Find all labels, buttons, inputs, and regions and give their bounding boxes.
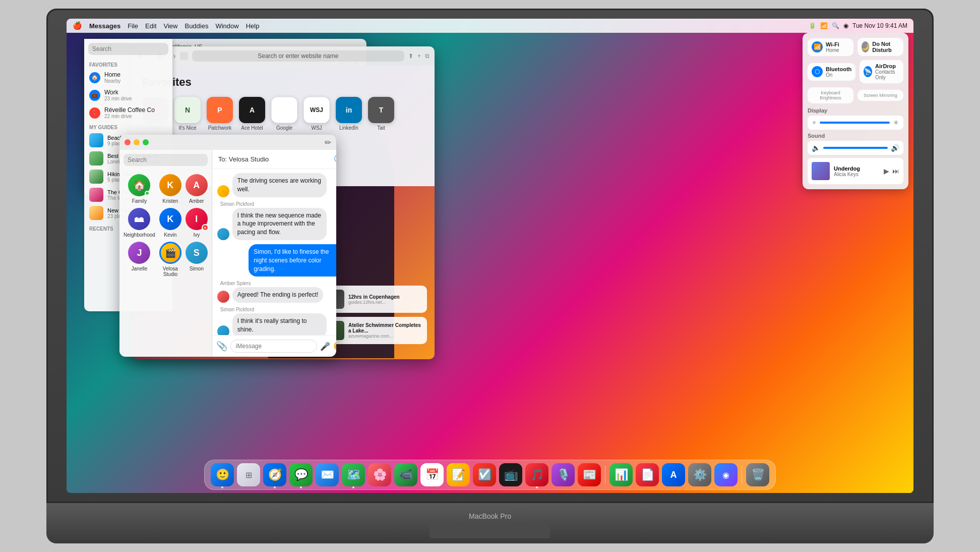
fav-acehotel[interactable]: A Ace Hotel bbox=[239, 97, 265, 131]
keyboard-brightness-button[interactable]: Keyboard Brightness bbox=[808, 87, 853, 103]
msg-attach-icon[interactable]: 📎 bbox=[216, 341, 227, 352]
menubar-siri-icon[interactable]: ◉ bbox=[843, 22, 848, 29]
safari-forward-icon[interactable]: › bbox=[173, 51, 175, 61]
msg-input-field[interactable] bbox=[230, 340, 317, 353]
menu-edit[interactable]: Edit bbox=[145, 22, 156, 30]
dock-messages[interactable]: 💬 bbox=[289, 463, 313, 486]
fav-tait-label: Tait bbox=[377, 125, 385, 131]
dock-podcasts[interactable]: 🎙️ bbox=[552, 463, 575, 486]
fav-linkedin-label: LinkedIn bbox=[339, 125, 358, 131]
dock-photos[interactable]: 🌸 bbox=[368, 463, 391, 486]
msg-search-input[interactable] bbox=[124, 154, 208, 166]
contact-neighborhood[interactable]: 🏘 Neighborhood bbox=[124, 208, 155, 238]
menubar-left: 🍎 Messages File Edit View Buddies Window… bbox=[73, 21, 259, 30]
msg-emoji-icon[interactable]: 😊 bbox=[333, 341, 336, 352]
dock-trash[interactable]: 🗑️ bbox=[746, 463, 769, 486]
messages-chat-area: To: Velosa Studio ⓘ The driving scenes a… bbox=[212, 150, 336, 357]
dock-launchpad[interactable]: ⊞ bbox=[237, 463, 260, 486]
msg-2: Simon Pickford I think the new sequence … bbox=[217, 201, 336, 240]
macbook-screen: 🍎 Messages File Edit View Buddies Window… bbox=[67, 19, 913, 493]
msg-audio-icon[interactable]: 🎤 bbox=[320, 342, 330, 351]
dock-mail[interactable]: ✉️ bbox=[316, 463, 339, 486]
fav-acehotel-label: Ace Hotel bbox=[241, 125, 263, 131]
work-title: Work bbox=[104, 89, 167, 96]
airdrop-button[interactable]: 📡 AirDrop Contacts Only bbox=[860, 60, 903, 83]
msg-info-button[interactable]: ⓘ bbox=[334, 154, 336, 164]
dock-systemprefs[interactable]: ⚙️ bbox=[688, 463, 711, 486]
contact-neighborhood-name: Neighborhood bbox=[124, 232, 155, 238]
wifi-label: Wi-Fi bbox=[826, 41, 839, 47]
fav-linkedin[interactable]: in LinkedIn bbox=[336, 97, 362, 131]
screen-mirroring-button[interactable]: Screen Mirroring bbox=[858, 90, 903, 101]
fav-patchwork-icon: P bbox=[207, 97, 233, 123]
fav-google[interactable]: G Google bbox=[271, 97, 297, 131]
maps-search-input[interactable] bbox=[88, 43, 168, 55]
dock-calendar[interactable]: 📅 bbox=[420, 463, 444, 486]
apple-menu[interactable]: 🍎 bbox=[73, 21, 82, 30]
dock-news[interactable]: 📰 bbox=[578, 463, 601, 486]
fav-patchwork[interactable]: P Patchwork bbox=[207, 97, 233, 131]
dock-siri[interactable]: ◉ bbox=[714, 463, 738, 486]
menubar-search-icon[interactable]: 🔍 bbox=[832, 22, 839, 29]
safari-titlebar: ‹ › Search or enter website name ⬆ + ⧉ bbox=[132, 46, 435, 66]
maps-work-item[interactable]: 💼 Work 23 min drive bbox=[84, 86, 172, 104]
contact-simon[interactable]: S Simon bbox=[186, 242, 208, 277]
dock-maps[interactable]: 🗺️ bbox=[342, 463, 365, 486]
dock-numbers[interactable]: 📊 bbox=[609, 463, 633, 486]
menu-help[interactable]: Help bbox=[246, 22, 260, 30]
dock-facetime[interactable]: 📹 bbox=[394, 463, 417, 486]
maps-coffee-item[interactable]: 📍 Réveille Coffee Co 22 min drive bbox=[84, 104, 172, 122]
wifi-button[interactable]: 📶 Wi-Fi Home bbox=[808, 38, 853, 56]
dock-music[interactable]: 🎵 bbox=[525, 463, 548, 486]
safari-reader-button[interactable] bbox=[180, 52, 188, 60]
dnd-button[interactable]: 🌙 Do Not Disturb bbox=[858, 38, 903, 56]
dock-finder[interactable]: 🙂 bbox=[211, 463, 234, 486]
contact-ivy[interactable]: I ♥ Ivy bbox=[186, 208, 208, 238]
dock-pages[interactable]: 📄 bbox=[636, 463, 659, 486]
messages-window[interactable]: ✏ 🏠 bbox=[119, 135, 336, 357]
play-button[interactable]: ▶ bbox=[884, 167, 889, 175]
dock-notes[interactable]: 📝 bbox=[447, 463, 470, 486]
menu-window[interactable]: Window bbox=[215, 22, 238, 30]
airdrop-icon: 📡 bbox=[864, 66, 872, 77]
safari-url-bar[interactable]: Search or enter website name bbox=[192, 50, 404, 62]
fav-tait[interactable]: T Tait bbox=[368, 97, 394, 131]
safari-tabs-icon[interactable]: ⧉ bbox=[425, 52, 430, 60]
notification-panel: 📶 Wi-Fi Home 🌙 Do Not Disturb bbox=[803, 33, 908, 189]
contact-velosa[interactable]: 🎬 Velosa Studio bbox=[159, 242, 181, 277]
msg-close[interactable] bbox=[125, 139, 131, 145]
dock-separator-2 bbox=[742, 466, 742, 484]
bluetooth-button[interactable]: ⬡ Bluetooth On bbox=[808, 63, 855, 81]
wifi-dnd-row: 📶 Wi-Fi Home 🌙 Do Not Disturb bbox=[808, 38, 903, 56]
fav-itsnice[interactable]: N It's Nice bbox=[174, 97, 201, 131]
volume-low-icon: 🔈 bbox=[812, 144, 820, 152]
contact-kevin[interactable]: K Kevin bbox=[159, 208, 181, 238]
fav-wsj[interactable]: WSJ WSJ bbox=[303, 97, 330, 131]
menu-file[interactable]: File bbox=[128, 22, 138, 30]
menu-buddies[interactable]: Buddies bbox=[185, 22, 208, 30]
dock-appstore[interactable]: A bbox=[662, 463, 685, 486]
safari-add-tab-icon[interactable]: + bbox=[417, 52, 421, 60]
msg-4-bubble: Agreed! The ending is perfect! bbox=[232, 287, 324, 303]
skip-button[interactable]: ⏭ bbox=[892, 167, 899, 175]
volume-slider[interactable] bbox=[823, 147, 888, 149]
contact-kristen[interactable]: K Kristen bbox=[159, 174, 181, 204]
photos-icon: 🌸 bbox=[373, 468, 387, 481]
menu-view[interactable]: View bbox=[164, 22, 178, 30]
msg-compose-icon[interactable]: ✏ bbox=[325, 138, 331, 147]
dock-safari[interactable]: 🧭 bbox=[263, 463, 286, 486]
msg-zoom[interactable] bbox=[143, 139, 149, 145]
trackpad[interactable] bbox=[430, 523, 550, 538]
safari-share-icon[interactable]: ⬆ bbox=[408, 52, 413, 60]
active-app[interactable]: Messages bbox=[89, 22, 120, 30]
dock-reminders[interactable]: ☑️ bbox=[473, 463, 496, 486]
contact-family[interactable]: 🏠 Family bbox=[124, 174, 155, 204]
contact-janelle[interactable]: J Janelle bbox=[124, 242, 155, 277]
maps-home-item[interactable]: 🏠 Home Nearby bbox=[84, 69, 172, 86]
menubar-wifi-icon[interactable]: 📶 bbox=[820, 22, 828, 29]
dock-appletv[interactable]: 📺 bbox=[499, 463, 522, 486]
msg-minimize[interactable] bbox=[134, 139, 140, 145]
contact-amber[interactable]: A Amber bbox=[186, 174, 208, 204]
ivy-heart-badge: ♥ bbox=[202, 224, 209, 231]
brightness-slider[interactable] bbox=[820, 122, 890, 124]
